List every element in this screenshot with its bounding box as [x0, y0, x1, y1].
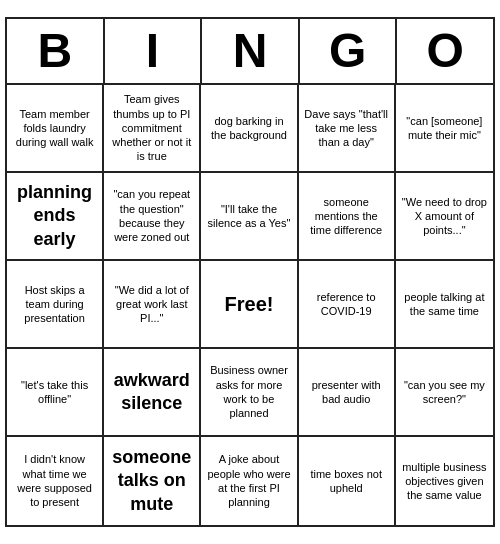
bingo-cell-o2[interactable]: "We need to drop X amount of points..." — [396, 173, 493, 261]
bingo-cell-i2[interactable]: "can you repeat the question" because th… — [104, 173, 201, 261]
bingo-cell-i1[interactable]: Team gives thumbs up to PI commitment wh… — [104, 85, 201, 173]
bingo-cell-n3[interactable]: Free! — [201, 261, 298, 349]
bingo-letter-G: G — [300, 19, 398, 83]
bingo-cell-g4[interactable]: presenter with bad audio — [299, 349, 396, 437]
bingo-cell-b4[interactable]: "let's take this offline" — [7, 349, 104, 437]
bingo-cell-g5[interactable]: time boxes not upheld — [299, 437, 396, 525]
bingo-cell-g3[interactable]: reference to COVID-19 — [299, 261, 396, 349]
bingo-cell-o4[interactable]: "can you see my screen?" — [396, 349, 493, 437]
bingo-letter-I: I — [105, 19, 203, 83]
bingo-letter-O: O — [397, 19, 493, 83]
bingo-cell-i4[interactable]: awkward silence — [104, 349, 201, 437]
bingo-cell-n5[interactable]: A joke about people who were at the firs… — [201, 437, 298, 525]
bingo-cell-i3[interactable]: "We did a lot of great work last PI..." — [104, 261, 201, 349]
bingo-cell-o3[interactable]: people talking at the same time — [396, 261, 493, 349]
bingo-cell-g1[interactable]: Dave says "that'll take me less than a d… — [299, 85, 396, 173]
bingo-cell-i5[interactable]: someone talks on mute — [104, 437, 201, 525]
bingo-cell-b3[interactable]: Host skips a team during presentation — [7, 261, 104, 349]
bingo-letter-B: B — [7, 19, 105, 83]
bingo-cell-n1[interactable]: dog barking in the background — [201, 85, 298, 173]
bingo-cell-o1[interactable]: "can [someone] mute their mic" — [396, 85, 493, 173]
bingo-cell-b5[interactable]: I didn't know what time we were supposed… — [7, 437, 104, 525]
bingo-cell-b1[interactable]: Team member folds laundry during wall wa… — [7, 85, 104, 173]
bingo-cell-b2[interactable]: planning ends early — [7, 173, 104, 261]
bingo-header: BINGO — [7, 19, 493, 85]
bingo-cell-n2[interactable]: "I'll take the silence as a Yes" — [201, 173, 298, 261]
bingo-letter-N: N — [202, 19, 300, 83]
bingo-cell-o5[interactable]: multiple business objectives given the s… — [396, 437, 493, 525]
bingo-card: BINGO Team member folds laundry during w… — [5, 17, 495, 527]
bingo-cell-g2[interactable]: someone mentions the time difference — [299, 173, 396, 261]
bingo-cell-n4[interactable]: Business owner asks for more work to be … — [201, 349, 298, 437]
bingo-grid: Team member folds laundry during wall wa… — [7, 85, 493, 525]
